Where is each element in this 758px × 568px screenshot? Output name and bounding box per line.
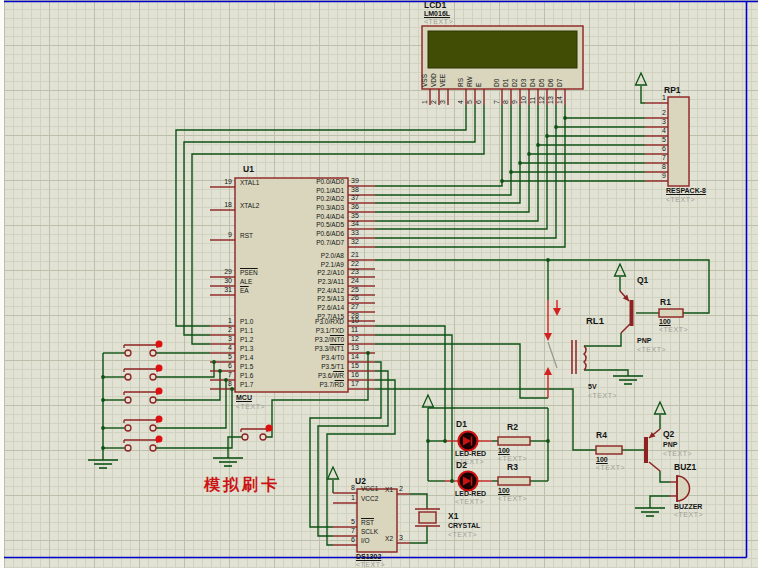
wires [103, 86, 709, 545]
junction-dot [101, 446, 105, 450]
u1-symbol[interactable] [235, 178, 348, 392]
wire [375, 105, 565, 247]
junction-dot [546, 439, 550, 443]
buzzer-buz1-symbol[interactable] [670, 475, 690, 502]
wire [375, 105, 502, 186]
junction-dot [545, 134, 549, 138]
transistor-q1-symbol[interactable] [620, 291, 634, 333]
contact-arrow-icon [553, 308, 561, 316]
junction-dot [518, 161, 522, 165]
button-actuator-icon[interactable] [156, 416, 163, 423]
resistor-r3-symbol[interactable] [498, 477, 530, 485]
resistor-r4-symbol[interactable] [596, 446, 622, 454]
junction-dot [101, 426, 105, 430]
junction-dot [101, 375, 105, 379]
junction-dot [509, 170, 513, 174]
resistor-r1-symbol[interactable] [659, 309, 683, 317]
button-actuator-icon[interactable] [266, 425, 273, 432]
junction-dot [527, 152, 531, 156]
lcd-screen [428, 31, 577, 68]
wire [375, 105, 529, 212]
junction-dot [101, 398, 105, 402]
button-actuator-icon[interactable] [156, 341, 163, 348]
schematic-graphics [0, 0, 758, 568]
button-actuator-icon[interactable] [156, 388, 163, 395]
power-arrow-icon [423, 395, 434, 407]
button-actuator-icon[interactable] [156, 365, 163, 372]
contact-arrow-icon [544, 333, 552, 341]
button-actuator-icon[interactable] [156, 436, 163, 443]
junction-dot [563, 116, 567, 120]
relay-rl1-symbol[interactable] [544, 300, 586, 398]
junction-dot [212, 360, 216, 364]
rp1-symbol[interactable] [668, 97, 689, 186]
wire [375, 105, 511, 195]
u2-symbol[interactable] [357, 489, 397, 552]
crystal-x1-symbol[interactable] [415, 509, 440, 526]
schematic-canvas: LCD1 LM016L <TEXT> U1 MCU <TEXT> RP1 RES… [0, 0, 758, 568]
junction-dot [224, 378, 228, 382]
junction-dot [443, 439, 447, 443]
power-arrow-icon [655, 402, 666, 414]
junction-dot [500, 179, 504, 183]
power-arrow-icon [328, 467, 339, 479]
lcd1-symbol[interactable] [422, 26, 583, 89]
junction-dot [536, 143, 540, 147]
power-arrow-icon [636, 73, 647, 85]
junction-dot [426, 439, 430, 443]
transistor-q2-symbol[interactable] [644, 429, 660, 471]
resistor-r2-symbol[interactable] [498, 437, 530, 445]
wire [375, 105, 547, 229]
power-arrow-icon [615, 264, 626, 276]
junction-dot [450, 479, 454, 483]
junction-dot [218, 369, 222, 373]
contact-arrow-icon [544, 367, 552, 375]
junction-dot [546, 258, 550, 262]
junction-dot [366, 351, 370, 355]
junction-dot [230, 387, 234, 391]
junction-dot [554, 125, 558, 129]
